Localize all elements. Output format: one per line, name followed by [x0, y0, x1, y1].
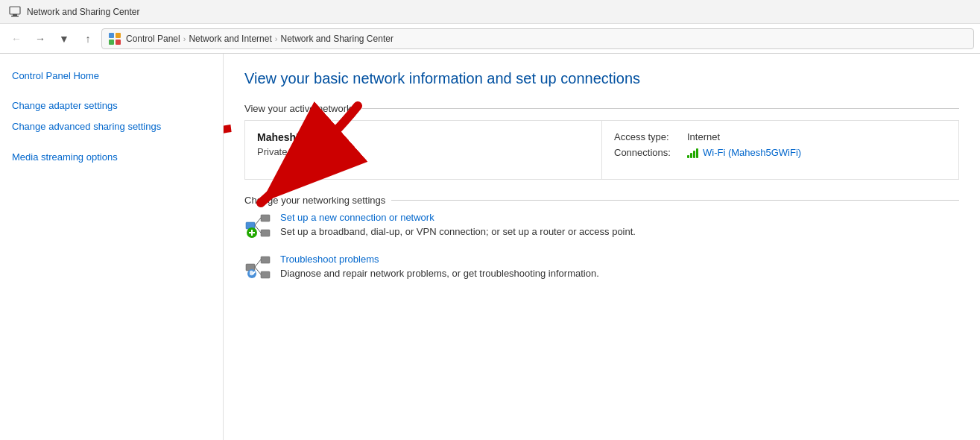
- connections-row: Connections: Wi-Fi (Mahesh5GWiFi): [614, 147, 946, 158]
- svg-rect-4: [116, 33, 121, 38]
- sidebar: Control Panel Home Change adapter settin…: [0, 54, 224, 440]
- active-networks-panel: Mahesh5GWiFi Private network Access type…: [244, 120, 959, 180]
- title-bar: Network and Sharing Center: [0, 0, 980, 24]
- setup-connection-icon: [244, 212, 271, 239]
- svg-line-19: [255, 260, 261, 267]
- arrow-annotation: [224, 121, 246, 248]
- svg-rect-10: [261, 230, 270, 236]
- breadcrumb: Control Panel › Network and Internet › N…: [126, 34, 393, 44]
- active-networks-label: View your active networks: [244, 103, 959, 114]
- networking-settings: Change your networking settings: [244, 195, 959, 280]
- troubleshoot-text: Troubleshoot problems Diagnose and repai…: [280, 254, 599, 279]
- setup-connection-text: Set up a new connection or network Set u…: [280, 212, 636, 237]
- dropdown-button[interactable]: ▼: [54, 28, 75, 49]
- content-area: View your basic network information and …: [224, 54, 980, 440]
- title-bar-icon: [9, 6, 21, 18]
- access-type-value: Internet: [687, 131, 720, 142]
- address-box[interactable]: Control Panel › Network and Internet › N…: [101, 28, 974, 49]
- connections-label: Connections:: [614, 147, 681, 158]
- svg-rect-6: [116, 40, 121, 45]
- svg-rect-9: [261, 215, 270, 221]
- access-type-label: Access type:: [614, 131, 681, 142]
- network-info: Mahesh5GWiFi Private network: [245, 121, 602, 179]
- sidebar-item-control-panel-home[interactable]: Control Panel Home: [0, 66, 223, 87]
- back-button[interactable]: ←: [6, 28, 27, 49]
- wifi-link-text: Wi-Fi (Mahesh5GWiFi): [703, 147, 801, 158]
- setup-connection-desc: Set up a broadband, dial-up, or VPN conn…: [280, 226, 636, 237]
- breadcrumb-network-sharing[interactable]: Network and Sharing Center: [280, 34, 393, 44]
- network-name: Mahesh5GWiFi: [257, 131, 589, 143]
- troubleshoot-link[interactable]: Troubleshoot problems: [280, 254, 599, 265]
- forward-button[interactable]: →: [30, 28, 51, 49]
- troubleshoot-desc: Diagnose and repair network problems, or…: [280, 268, 599, 279]
- main-container: Control Panel Home Change adapter settin…: [0, 54, 980, 440]
- troubleshoot-icon: [244, 254, 271, 280]
- breadcrumb-network-internet[interactable]: Network and Internet: [189, 34, 271, 44]
- setup-connection-item: Set up a new connection or network Set u…: [244, 212, 959, 239]
- troubleshoot-item: Troubleshoot problems Diagnose and repai…: [244, 254, 959, 280]
- svg-rect-3: [109, 33, 114, 38]
- up-button[interactable]: ↑: [78, 28, 98, 49]
- svg-rect-18: [261, 271, 270, 278]
- title-bar-text: Network and Sharing Center: [27, 7, 139, 17]
- setup-connection-link[interactable]: Set up a new connection or network: [280, 212, 636, 223]
- address-bar: ← → ▼ ↑ Control Panel › Network and Inte…: [0, 24, 980, 54]
- control-panel-icon: [108, 32, 121, 45]
- svg-line-11: [255, 218, 261, 225]
- svg-rect-2: [11, 16, 19, 17]
- sidebar-item-change-advanced-sharing[interactable]: Change advanced sharing settings: [0, 116, 223, 137]
- wifi-bars-icon: [687, 148, 698, 158]
- network-type: Private network: [257, 146, 589, 157]
- networking-settings-label: Change your networking settings: [244, 195, 959, 206]
- sidebar-item-change-adapter-settings[interactable]: Change adapter settings: [0, 95, 223, 116]
- wifi-connection-link[interactable]: Wi-Fi (Mahesh5GWiFi): [687, 147, 801, 158]
- svg-rect-5: [109, 40, 114, 45]
- svg-rect-0: [10, 7, 20, 14]
- access-type-row: Access type: Internet: [614, 131, 946, 142]
- sidebar-item-media-streaming[interactable]: Media streaming options: [0, 147, 223, 168]
- svg-rect-17: [261, 257, 270, 263]
- network-access: Access type: Internet Connections: Wi-Fi…: [602, 121, 958, 179]
- page-title: View your basic network information and …: [244, 69, 959, 88]
- breadcrumb-control-panel[interactable]: Control Panel: [126, 34, 180, 44]
- svg-rect-1: [13, 14, 17, 16]
